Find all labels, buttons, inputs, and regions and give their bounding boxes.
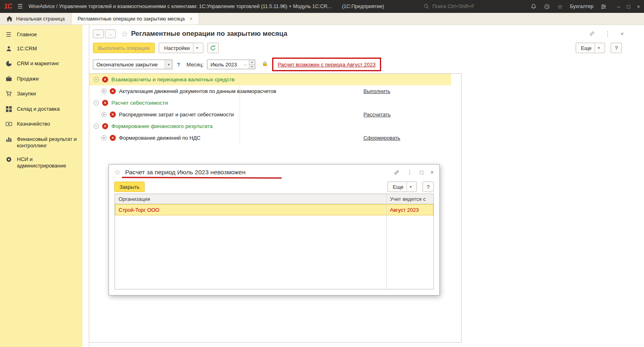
sidebar-item-financial-result[interactable]: Финансовый результат и контроллинг (0, 132, 82, 153)
sidebar-item-1c-crm[interactable]: 1С:CRM (0, 42, 82, 57)
tune-sliders-icon[interactable] (601, 4, 607, 10)
month-input[interactable]: Июль 2023 ... ▲ ▼ (207, 60, 255, 69)
chevron-down-icon[interactable]: ▾ (165, 60, 172, 69)
tab-label: Начальная страница (16, 16, 65, 22)
tree-group-label: Взаиморасчеты и переоценка валютных сред… (111, 76, 235, 83)
tree-item-label: Формирование движений по НДС (119, 135, 201, 141)
sidebar-item-label: Склад и доставка (17, 106, 60, 112)
sidebar-item-warehouse[interactable]: Склад и доставка (0, 102, 82, 118)
error-status-icon: × (102, 123, 108, 129)
sidebar-item-administration[interactable]: НСИ и администрирование (0, 153, 82, 173)
sidebar-item-label: Продажи (17, 76, 39, 82)
spin-up-icon[interactable]: ▲ (249, 60, 255, 65)
tree-group-row[interactable]: − × Взаиморасчеты и переоценка валютных … (89, 74, 451, 85)
organization-cell: Строй-Торг ООО (115, 207, 386, 213)
tree-group-row[interactable]: − × Расчет себестоимости (89, 97, 451, 109)
more-button[interactable]: Еще ▾ (576, 43, 605, 53)
refresh-button[interactable] (207, 43, 219, 53)
more-menu-icon[interactable]: ⋮ (605, 31, 611, 37)
collapse-icon[interactable]: − (94, 124, 99, 129)
tab-close-icon[interactable]: × (189, 16, 193, 22)
start-date-cell: Август 2023 (386, 207, 433, 213)
expand-icon[interactable]: + (101, 89, 107, 94)
close-dialog-icon[interactable]: × (431, 169, 434, 175)
execute-action-link[interactable]: Выполнить (363, 88, 390, 94)
settings-button[interactable]: Настройки ▾ (159, 43, 203, 53)
sidebar-item-crm-marketing[interactable]: CRM и маркетинг (0, 57, 82, 72)
tree-item-row[interactable]: + × Актуализация движений документов по … (89, 85, 451, 97)
column-header-start-date[interactable]: Учет ведется с (386, 196, 433, 202)
generate-action-link[interactable]: Сформировать (363, 135, 400, 141)
filter-row: Окончательное закрытие ▾ ? Месяц: Июль 2… (93, 58, 381, 71)
dialog-help-button[interactable]: ? (422, 182, 434, 192)
home-icon (6, 16, 12, 22)
global-search-input[interactable]: Поиск Ctrl+Shift+F (424, 4, 525, 9)
main-menu-icon[interactable]: ☰ (17, 3, 23, 10)
chevron-down-icon[interactable]: ▾ (595, 43, 600, 53)
sidebar-item-treasury[interactable]: Казначейство (0, 117, 82, 132)
current-user-label: Бухгалтер (570, 4, 593, 9)
column-header-organization[interactable]: Организация (115, 196, 386, 202)
topbar-icons: ☆ Бухгалтер – □ × (531, 4, 640, 10)
form-toolbar: Выполнить операции Настройки ▾ (93, 43, 219, 53)
close-dialog-button[interactable]: Закрыть (114, 182, 145, 192)
dialog-titlebar: ☆ Расчет за период Июль 2023 невозможен … (109, 165, 439, 178)
calculate-action-link[interactable]: Рассчитать (363, 112, 391, 118)
tab-home-page[interactable]: Начальная страница (0, 13, 71, 25)
table-header-row: Организация Учет ведется с (115, 194, 433, 204)
organizations-table: Организация Учет ведется с Строй-Торг ОО… (115, 194, 434, 289)
execute-operations-button[interactable]: Выполнить операции (93, 43, 155, 53)
link-icon[interactable] (589, 31, 595, 37)
close-window-icon[interactable]: × (637, 4, 640, 10)
expand-icon[interactable]: + (101, 112, 107, 117)
closing-type-select[interactable]: Окончательное закрытие ▾ (93, 60, 172, 69)
closing-type-help-link[interactable]: ? (177, 62, 180, 68)
more-button-label: Еще (393, 184, 403, 190)
month-stepper: ▲ ▼ (249, 60, 255, 69)
favorite-star-icon[interactable]: ☆ (121, 29, 128, 39)
sidebar-item-sales[interactable]: Продажи (0, 72, 82, 87)
more-menu-icon[interactable]: ⋮ (407, 169, 412, 175)
table-row[interactable]: Строй-Торг ООО Август 2023 (115, 204, 433, 215)
chevron-down-icon[interactable]: ▾ (406, 182, 412, 192)
collapse-icon[interactable]: − (94, 100, 99, 105)
tree-group-label: Расчет себестоимости (111, 100, 168, 106)
back-button[interactable]: ← (93, 29, 104, 38)
app-label: (1С:Предприятие) (342, 4, 384, 9)
window-controls: – □ × (617, 4, 640, 10)
1c-logo: 1С (4, 3, 12, 10)
minimize-icon[interactable]: – (617, 4, 620, 10)
dialog-window-icons: ⋮ □ × (394, 169, 434, 176)
search-icon (424, 4, 429, 9)
collapse-icon[interactable]: − (94, 77, 99, 82)
link-icon[interactable] (394, 169, 400, 176)
notifications-bell-icon[interactable] (531, 4, 537, 10)
error-status-icon: × (110, 135, 116, 141)
tab-month-closing[interactable]: Регламентные операции по закрытию месяца… (71, 13, 199, 25)
tree-item-row[interactable]: + × Распределение затрат и расчет себест… (89, 109, 451, 120)
sidebar-item-label: Казначейство (17, 121, 50, 127)
month-picker-button[interactable]: ... (243, 61, 249, 68)
favorites-star-icon[interactable]: ☆ (557, 4, 562, 10)
maximize-icon[interactable]: □ (420, 169, 423, 175)
annotation-red-box: Расчет возможен с периода Август 2023 (272, 58, 381, 71)
spin-down-icon[interactable]: ▼ (249, 65, 255, 69)
error-status-icon: × (110, 112, 116, 118)
error-status-icon: × (102, 76, 108, 83)
help-button[interactable]: ? (611, 43, 622, 53)
favorite-star-icon[interactable]: ☆ (114, 168, 121, 177)
sidebar-item-purchases[interactable]: Закупки (0, 87, 82, 102)
expand-icon[interactable]: + (101, 135, 107, 140)
close-form-icon[interactable]: × (620, 31, 624, 37)
chevron-down-icon[interactable]: ▾ (193, 43, 198, 53)
history-icon[interactable] (544, 4, 550, 10)
tree-group-row[interactable]: − × Формирование финансового результата (89, 120, 451, 132)
maximize-icon[interactable]: □ (627, 4, 630, 10)
sidebar-item-label: Главное (17, 31, 37, 38)
forward-button[interactable]: → (105, 29, 116, 38)
money-icon (5, 121, 12, 129)
tree-item-row[interactable]: + × Формирование движений по НДС Сформир… (89, 132, 451, 144)
sidebar-item-main[interactable]: ☰ Главное (0, 28, 82, 42)
period-warning-link[interactable]: Расчет возможен с периода Август 2023 (278, 62, 375, 68)
dialog-more-button[interactable]: Еще ▾ (388, 182, 417, 192)
